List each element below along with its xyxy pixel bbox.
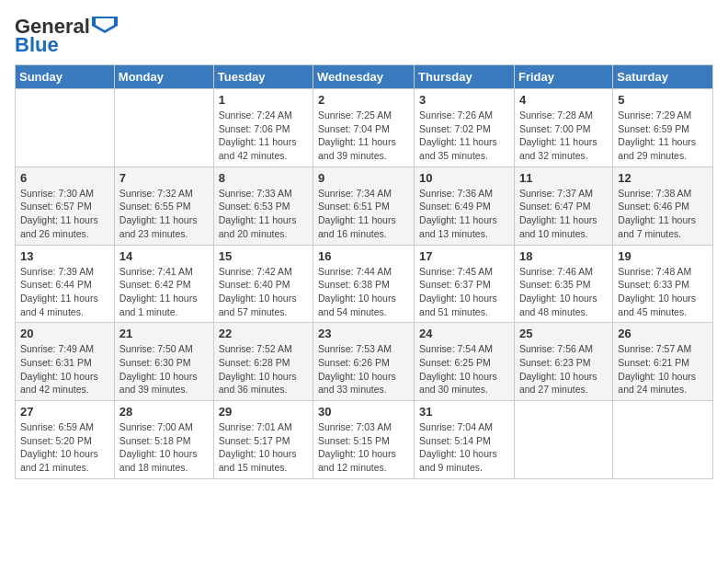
- col-header-monday: Monday: [114, 65, 213, 89]
- day-info: Sunrise: 7:44 AM Sunset: 6:38 PM Dayligh…: [318, 265, 409, 319]
- day-number: 16: [318, 249, 409, 263]
- day-number: 13: [20, 249, 109, 263]
- day-info: Sunrise: 7:57 AM Sunset: 6:21 PM Dayligh…: [618, 342, 708, 396]
- calendar-cell: 25Sunrise: 7:56 AM Sunset: 6:23 PM Dayli…: [514, 323, 612, 401]
- day-number: 31: [419, 405, 509, 419]
- col-header-wednesday: Wednesday: [313, 65, 415, 89]
- day-number: 4: [519, 93, 608, 107]
- day-info: Sunrise: 7:32 AM Sunset: 6:55 PM Dayligh…: [119, 187, 209, 241]
- day-info: Sunrise: 7:28 AM Sunset: 7:00 PM Dayligh…: [519, 109, 608, 163]
- calendar-cell: 6Sunrise: 7:30 AM Sunset: 6:57 PM Daylig…: [16, 167, 115, 245]
- day-number: 15: [219, 249, 308, 263]
- day-info: Sunrise: 7:41 AM Sunset: 6:42 PM Dayligh…: [119, 265, 209, 319]
- calendar-cell: 20Sunrise: 7:49 AM Sunset: 6:31 PM Dayli…: [16, 323, 115, 401]
- day-info: Sunrise: 7:04 AM Sunset: 5:14 PM Dayligh…: [419, 420, 509, 475]
- day-info: Sunrise: 7:38 AM Sunset: 6:46 PM Dayligh…: [618, 187, 708, 241]
- calendar-cell: 18Sunrise: 7:46 AM Sunset: 6:35 PM Dayli…: [514, 245, 612, 323]
- day-info: Sunrise: 7:48 AM Sunset: 6:33 PM Dayligh…: [618, 265, 708, 319]
- page-header: General Blue: [15, 15, 713, 57]
- day-number: 19: [618, 249, 708, 263]
- day-info: Sunrise: 7:03 AM Sunset: 5:15 PM Dayligh…: [318, 420, 409, 475]
- calendar-cell: 21Sunrise: 7:50 AM Sunset: 6:30 PM Dayli…: [114, 323, 213, 401]
- day-info: Sunrise: 7:33 AM Sunset: 6:53 PM Dayligh…: [219, 187, 308, 241]
- day-info: Sunrise: 7:54 AM Sunset: 6:25 PM Dayligh…: [419, 342, 509, 396]
- day-number: 6: [20, 171, 109, 185]
- calendar-cell: 4Sunrise: 7:28 AM Sunset: 7:00 PM Daylig…: [514, 89, 612, 167]
- calendar-cell: [16, 89, 115, 167]
- day-info: Sunrise: 7:24 AM Sunset: 7:06 PM Dayligh…: [219, 109, 308, 163]
- day-info: Sunrise: 7:36 AM Sunset: 6:49 PM Dayligh…: [419, 187, 509, 241]
- logo-blue-text: Blue: [15, 33, 59, 57]
- day-number: 22: [219, 327, 308, 340]
- day-number: 12: [618, 171, 708, 185]
- day-info: Sunrise: 7:49 AM Sunset: 6:31 PM Dayligh…: [20, 342, 109, 396]
- day-info: Sunrise: 7:45 AM Sunset: 6:37 PM Dayligh…: [419, 265, 509, 319]
- day-number: 30: [318, 405, 409, 419]
- day-info: Sunrise: 7:34 AM Sunset: 6:51 PM Dayligh…: [318, 187, 409, 241]
- day-number: 29: [219, 405, 308, 419]
- calendar-cell: 12Sunrise: 7:38 AM Sunset: 6:46 PM Dayli…: [613, 167, 713, 245]
- calendar-cell: 16Sunrise: 7:44 AM Sunset: 6:38 PM Dayli…: [313, 245, 415, 323]
- calendar-cell: [114, 89, 213, 167]
- logo: General Blue: [15, 15, 118, 57]
- day-number: 23: [318, 327, 409, 340]
- calendar-cell: 11Sunrise: 7:37 AM Sunset: 6:47 PM Dayli…: [514, 167, 612, 245]
- day-number: 7: [119, 171, 209, 185]
- calendar-cell: 30Sunrise: 7:03 AM Sunset: 5:15 PM Dayli…: [313, 401, 415, 479]
- calendar-cell: 28Sunrise: 7:00 AM Sunset: 5:18 PM Dayli…: [114, 401, 213, 479]
- day-number: 1: [219, 93, 308, 107]
- day-number: 18: [519, 249, 608, 263]
- col-header-saturday: Saturday: [613, 65, 713, 89]
- day-info: Sunrise: 7:39 AM Sunset: 6:44 PM Dayligh…: [20, 265, 109, 319]
- calendar-cell: 19Sunrise: 7:48 AM Sunset: 6:33 PM Dayli…: [613, 245, 713, 323]
- day-info: Sunrise: 7:26 AM Sunset: 7:02 PM Dayligh…: [419, 109, 509, 163]
- col-header-thursday: Thursday: [415, 65, 515, 89]
- col-header-friday: Friday: [514, 65, 612, 89]
- calendar-cell: [613, 401, 713, 479]
- day-number: 17: [419, 249, 509, 263]
- day-info: Sunrise: 7:29 AM Sunset: 6:59 PM Dayligh…: [618, 109, 708, 163]
- day-info: Sunrise: 6:59 AM Sunset: 5:20 PM Dayligh…: [20, 420, 109, 475]
- day-number: 10: [419, 171, 509, 185]
- day-number: 14: [119, 249, 209, 263]
- day-number: 26: [618, 327, 708, 340]
- day-info: Sunrise: 7:42 AM Sunset: 6:40 PM Dayligh…: [219, 265, 308, 319]
- day-number: 2: [318, 93, 409, 107]
- logo-arrow-icon: [92, 17, 118, 33]
- calendar-cell: 31Sunrise: 7:04 AM Sunset: 5:14 PM Dayli…: [415, 401, 515, 479]
- calendar-cell: [514, 401, 612, 479]
- day-info: Sunrise: 7:53 AM Sunset: 6:26 PM Dayligh…: [318, 342, 409, 396]
- day-info: Sunrise: 7:56 AM Sunset: 6:23 PM Dayligh…: [519, 342, 608, 396]
- day-number: 27: [20, 405, 109, 419]
- col-header-sunday: Sunday: [16, 65, 115, 89]
- calendar-cell: 29Sunrise: 7:01 AM Sunset: 5:17 PM Dayli…: [213, 401, 313, 479]
- calendar-cell: 27Sunrise: 6:59 AM Sunset: 5:20 PM Dayli…: [16, 401, 115, 479]
- day-number: 8: [219, 171, 308, 185]
- day-number: 21: [119, 327, 209, 340]
- calendar-cell: 17Sunrise: 7:45 AM Sunset: 6:37 PM Dayli…: [415, 245, 515, 323]
- day-number: 5: [618, 93, 708, 107]
- day-number: 3: [419, 93, 509, 107]
- calendar-cell: 14Sunrise: 7:41 AM Sunset: 6:42 PM Dayli…: [114, 245, 213, 323]
- calendar-cell: 13Sunrise: 7:39 AM Sunset: 6:44 PM Dayli…: [16, 245, 115, 323]
- day-info: Sunrise: 7:01 AM Sunset: 5:17 PM Dayligh…: [219, 420, 308, 475]
- calendar-cell: 22Sunrise: 7:52 AM Sunset: 6:28 PM Dayli…: [213, 323, 313, 401]
- day-info: Sunrise: 7:30 AM Sunset: 6:57 PM Dayligh…: [20, 187, 109, 241]
- calendar-cell: 3Sunrise: 7:26 AM Sunset: 7:02 PM Daylig…: [415, 89, 515, 167]
- calendar-cell: 10Sunrise: 7:36 AM Sunset: 6:49 PM Dayli…: [415, 167, 515, 245]
- calendar-cell: 15Sunrise: 7:42 AM Sunset: 6:40 PM Dayli…: [213, 245, 313, 323]
- calendar-cell: 7Sunrise: 7:32 AM Sunset: 6:55 PM Daylig…: [114, 167, 213, 245]
- calendar-cell: 24Sunrise: 7:54 AM Sunset: 6:25 PM Dayli…: [415, 323, 515, 401]
- day-number: 24: [419, 327, 509, 340]
- col-header-tuesday: Tuesday: [213, 65, 313, 89]
- day-info: Sunrise: 7:52 AM Sunset: 6:28 PM Dayligh…: [219, 342, 308, 396]
- day-info: Sunrise: 7:46 AM Sunset: 6:35 PM Dayligh…: [519, 265, 608, 319]
- day-info: Sunrise: 7:25 AM Sunset: 7:04 PM Dayligh…: [318, 109, 409, 163]
- day-number: 11: [519, 171, 608, 185]
- calendar-cell: 26Sunrise: 7:57 AM Sunset: 6:21 PM Dayli…: [613, 323, 713, 401]
- day-number: 25: [519, 327, 608, 340]
- calendar-cell: 23Sunrise: 7:53 AM Sunset: 6:26 PM Dayli…: [313, 323, 415, 401]
- calendar-cell: 2Sunrise: 7:25 AM Sunset: 7:04 PM Daylig…: [313, 89, 415, 167]
- calendar-cell: 5Sunrise: 7:29 AM Sunset: 6:59 PM Daylig…: [613, 89, 713, 167]
- calendar-cell: 1Sunrise: 7:24 AM Sunset: 7:06 PM Daylig…: [213, 89, 313, 167]
